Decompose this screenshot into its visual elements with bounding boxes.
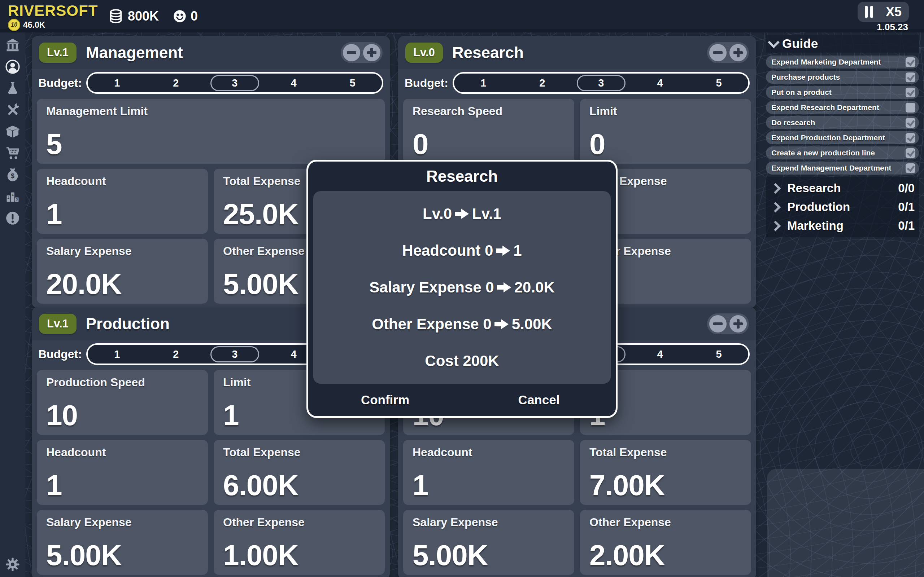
checkbox-checked-icon bbox=[906, 163, 915, 173]
stat-row: Research Speed0Limit0 bbox=[403, 99, 751, 164]
guide-item: Expend Research Department bbox=[766, 101, 919, 114]
happiness-value: 0 bbox=[191, 9, 198, 24]
budget-selected-outline: 3 bbox=[210, 75, 259, 91]
flask-icon[interactable] bbox=[5, 81, 21, 96]
money-bag-icon[interactable]: $ bbox=[5, 167, 21, 182]
budget-option-3[interactable]: 3 bbox=[205, 75, 264, 91]
company-logo: RIVERSOFT bbox=[8, 2, 98, 19]
stat-value: 5 bbox=[46, 128, 62, 161]
budget-option-3[interactable]: 3 bbox=[572, 75, 630, 91]
guide-section-label: Production bbox=[787, 200, 898, 214]
budget-option-number: 3 bbox=[598, 77, 604, 89]
change-from: Other Expense 0 bbox=[372, 316, 491, 333]
level-controls bbox=[707, 313, 749, 334]
research-panel-header: Lv.0Research bbox=[398, 36, 756, 69]
guide-section-marketing[interactable]: Marketing0/1 bbox=[769, 216, 916, 235]
pause-speed-control[interactable]: X5 bbox=[858, 2, 909, 22]
gear-icon[interactable] bbox=[5, 557, 21, 572]
stat-row: Management Limit5 bbox=[37, 99, 385, 164]
budget-option-5[interactable]: 5 bbox=[323, 77, 382, 89]
left-icon-rail: $ 1 2 3 bbox=[0, 32, 25, 577]
budget-option-4[interactable]: 4 bbox=[264, 77, 323, 89]
upgrade-cost-row: Cost 200K bbox=[425, 352, 499, 370]
level-xp-indicator: 10 46.0K bbox=[8, 19, 45, 31]
level-up-button[interactable] bbox=[729, 44, 747, 61]
stat-card: Limit0 bbox=[580, 99, 751, 164]
guide-section-research[interactable]: Research0/0 bbox=[769, 179, 916, 198]
level-up-button[interactable] bbox=[729, 315, 747, 332]
money-value: 800K bbox=[128, 9, 159, 24]
stat-value: 5.00K bbox=[412, 539, 488, 572]
pause-icon[interactable] bbox=[865, 6, 873, 18]
guide-sections: Research0/0Production0/1Marketing0/1 bbox=[766, 177, 919, 237]
stat-label: Salary Expense bbox=[46, 245, 199, 258]
budget-option-number: 4 bbox=[291, 348, 296, 360]
stat-card: Salary Expense5.00K bbox=[37, 510, 208, 575]
stat-label: Headcount bbox=[46, 446, 199, 459]
change-to: 1 bbox=[513, 242, 522, 259]
guide-item: Expend Production Department bbox=[766, 131, 919, 144]
chevron-right-icon bbox=[770, 220, 781, 231]
stat-card: Headcount1 bbox=[37, 169, 208, 234]
level-up-button[interactable] bbox=[363, 44, 380, 61]
level-badge: Lv.0 bbox=[405, 43, 443, 63]
stat-card: Total Expense6.00K bbox=[214, 440, 385, 505]
budget-option-2[interactable]: 2 bbox=[147, 77, 205, 89]
guide-item: Expend Marketing Department bbox=[766, 56, 919, 69]
profile-icon[interactable] bbox=[5, 59, 21, 74]
stat-value: 1 bbox=[46, 469, 62, 502]
level-down-button[interactable] bbox=[709, 44, 727, 61]
checkbox-checked-icon bbox=[906, 57, 915, 67]
bank-icon[interactable] bbox=[5, 37, 21, 53]
ranking-icon[interactable]: 1 2 3 bbox=[5, 189, 21, 204]
game-speed-label[interactable]: X5 bbox=[886, 4, 901, 19]
checkbox-checked-icon bbox=[906, 133, 915, 143]
level-controls bbox=[341, 42, 383, 63]
cancel-button[interactable]: Cancel bbox=[462, 392, 616, 408]
budget-option-number: 5 bbox=[716, 77, 722, 89]
budget-option-5[interactable]: 5 bbox=[690, 77, 748, 89]
guide-item-label: Purchase products bbox=[771, 73, 840, 82]
confirm-button[interactable]: Confirm bbox=[308, 392, 462, 408]
level-down-button[interactable] bbox=[709, 315, 727, 332]
budget-option-number: 1 bbox=[480, 77, 486, 89]
stat-card: Production Speed10 bbox=[37, 370, 208, 435]
guide-header[interactable]: Guide bbox=[766, 35, 919, 53]
budget-selected-outline: 3 bbox=[210, 346, 259, 363]
checkbox-unchecked-icon bbox=[906, 103, 915, 113]
guide-item-label: Expend Management Department bbox=[771, 164, 892, 172]
guide-item: Put on a product bbox=[766, 86, 919, 99]
budget-row: Budget:12345 bbox=[32, 69, 390, 96]
stat-card: Other Expense1.00K bbox=[214, 510, 385, 575]
guide-section-count: 0/1 bbox=[898, 200, 914, 214]
budget-option-1[interactable]: 1 bbox=[88, 348, 147, 360]
checkbox-checked-icon bbox=[906, 118, 915, 128]
tools-icon[interactable] bbox=[5, 102, 21, 118]
change-from: Lv.0 bbox=[423, 205, 452, 222]
budget-option-3[interactable]: 3 bbox=[205, 346, 264, 363]
budget-option-5[interactable]: 5 bbox=[690, 348, 748, 360]
guide-section-label: Marketing bbox=[787, 219, 898, 233]
stat-row: Salary Expense5.00KOther Expense2.00K bbox=[403, 510, 751, 575]
budget-option-4[interactable]: 4 bbox=[630, 348, 690, 360]
stat-row: Headcount1Total Expense6.00K bbox=[37, 440, 385, 505]
budget-option-2[interactable]: 2 bbox=[147, 348, 205, 360]
smiley-icon bbox=[173, 9, 187, 23]
change-from: Headcount 0 bbox=[402, 242, 493, 259]
upgrade-change-row: Lv.0Lv.1 bbox=[423, 205, 501, 222]
budget-option-4[interactable]: 4 bbox=[630, 77, 690, 89]
stat-card: Headcount1 bbox=[403, 440, 574, 505]
budget-option-2[interactable]: 2 bbox=[513, 77, 572, 89]
guide-item-label: Expend Research Department bbox=[771, 103, 879, 112]
level-down-button[interactable] bbox=[343, 44, 360, 61]
alert-icon[interactable] bbox=[5, 211, 21, 226]
cart-icon[interactable] bbox=[5, 146, 21, 161]
stat-value: 1 bbox=[46, 198, 62, 231]
budget-option-1[interactable]: 1 bbox=[454, 77, 513, 89]
budget-option-number: 1 bbox=[114, 348, 120, 360]
stat-card: Salary Expense5.00K bbox=[403, 510, 574, 575]
box-icon[interactable] bbox=[5, 124, 21, 139]
budget-option-1[interactable]: 1 bbox=[88, 77, 147, 89]
svg-text:3: 3 bbox=[16, 197, 18, 201]
guide-section-production[interactable]: Production0/1 bbox=[769, 198, 916, 216]
